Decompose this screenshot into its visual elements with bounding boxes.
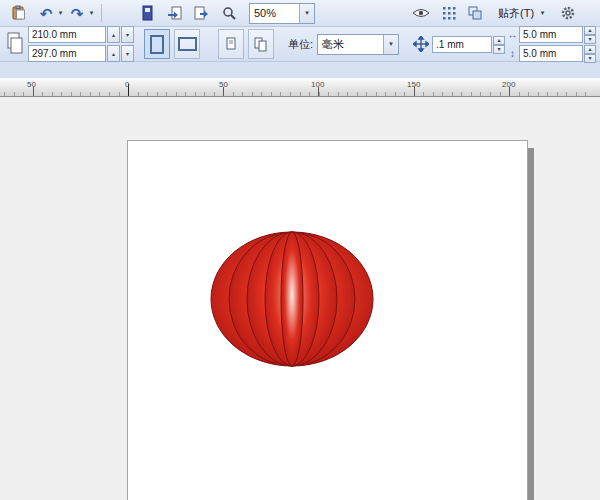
duplicate-distance-y-field[interactable]: 5.0 mm: [519, 45, 583, 62]
nudge-spin-down[interactable]: ▾: [493, 45, 505, 54]
nudge-offset-spinner[interactable]: ▴ ▾: [493, 36, 505, 53]
zoom-level-value: 50%: [250, 7, 299, 19]
duplicate-x-spin-down[interactable]: ▾: [584, 35, 596, 44]
nudge-offset-icon: [413, 36, 429, 52]
page-height-spin-up[interactable]: ▴: [107, 45, 120, 62]
options-button[interactable]: [556, 2, 580, 24]
zoom-level-combobox[interactable]: 50% ▾: [249, 3, 315, 24]
redo-dropdown-arrow[interactable]: ▾: [87, 9, 96, 17]
portrait-icon: [150, 35, 164, 54]
duplicate-distance-x-icon: ↔: [506, 29, 519, 40]
drawing-workspace[interactable]: [0, 97, 600, 500]
coreldraw-window: ↶ ▾ ↷ ▾: [0, 0, 600, 500]
import-button[interactable]: [163, 2, 187, 24]
units-combobox[interactable]: 毫米 ▾: [317, 34, 399, 55]
nudge-offset-field[interactable]: .1 mm: [432, 36, 492, 53]
multi-page-icon: [253, 36, 269, 52]
page-size-icon: [6, 31, 24, 57]
page-height-spin-down[interactable]: ▾: [121, 45, 134, 62]
page-width-spin-up[interactable]: ▴: [107, 26, 120, 43]
ruler-label: 150: [407, 80, 420, 89]
units-value: 毫米: [318, 37, 383, 52]
units-label: 单位:: [288, 37, 313, 52]
page-width-field[interactable]: 210.0 mm: [28, 26, 106, 43]
single-page-icon: [224, 36, 238, 52]
ruler-label: 100: [311, 80, 324, 89]
nudge-spin-up[interactable]: ▴: [493, 36, 505, 45]
zoom-dropdown-arrow[interactable]: ▾: [299, 4, 314, 23]
page-height-field[interactable]: 297.0 mm: [28, 45, 106, 62]
toolbar-spacer: [0, 62, 600, 78]
overlap-squares-icon: [468, 6, 482, 20]
gear-icon: [560, 5, 576, 21]
duplicate-distance-y-icon: ↕: [506, 48, 519, 59]
set-current-page-button[interactable]: [218, 29, 244, 59]
units-dropdown-arrow[interactable]: ▾: [383, 35, 398, 54]
landscape-icon: [178, 37, 197, 51]
duplicate-y-spinner[interactable]: ▴ ▾: [584, 45, 596, 62]
paste-button[interactable]: [6, 2, 30, 24]
snap-to-menu-button[interactable]: 贴齐(T) ▾: [493, 3, 552, 23]
landscape-orientation-button[interactable]: [174, 29, 200, 59]
export-icon: [193, 5, 209, 21]
page-width-spin-down[interactable]: ▾: [121, 26, 134, 43]
property-bar: 210.0 mm ▴ ▾ 297.0 mm ▴ ▾: [0, 27, 600, 62]
portrait-orientation-button[interactable]: [144, 29, 170, 59]
eye-icon: [412, 7, 430, 19]
set-all-pages-button[interactable]: [248, 29, 274, 59]
lantern-drawing[interactable]: [0, 97, 600, 500]
ruler-label: 0: [125, 80, 129, 89]
horizontal-ruler[interactable]: 50050100150200: [0, 78, 600, 97]
clipboard-icon: [10, 5, 26, 21]
zoom-tool-button[interactable]: [217, 2, 241, 24]
import-icon: [167, 5, 183, 21]
magnifier-icon: [221, 5, 237, 21]
undo-dropdown-arrow[interactable]: ▾: [56, 9, 65, 17]
show-rulers-button[interactable]: [409, 2, 433, 24]
export-button[interactable]: [189, 2, 213, 24]
redo-button[interactable]: ↷: [67, 2, 87, 24]
duplicate-distance-x-field[interactable]: 5.0 mm: [519, 26, 583, 43]
undo-button[interactable]: ↶: [36, 2, 56, 24]
snap-to-objects-button[interactable]: [463, 2, 487, 24]
page-dimensions-group: 210.0 mm ▴ ▾ 297.0 mm ▴ ▾: [28, 26, 134, 62]
snap-to-grid-button[interactable]: [437, 2, 461, 24]
application-launcher-button[interactable]: [135, 2, 159, 24]
ruler-label: 50: [27, 80, 36, 89]
standard-toolbar: ↶ ▾ ↷ ▾: [0, 0, 600, 27]
duplicate-x-spinner[interactable]: ▴ ▾: [584, 26, 596, 43]
duplicate-x-spin-up[interactable]: ▴: [584, 26, 596, 35]
snap-to-menu-label: 贴齐(T): [498, 6, 534, 21]
lantern-segment[interactable]: [281, 232, 303, 366]
ruler-label: 200: [502, 80, 515, 89]
duplicate-y-spin-down[interactable]: ▾: [584, 54, 596, 63]
toolbar-separator: [101, 4, 102, 22]
ruler-label: 50: [219, 80, 228, 89]
launcher-icon: [139, 5, 155, 21]
grid-icon: [442, 6, 456, 20]
duplicate-y-spin-up[interactable]: ▴: [584, 45, 596, 54]
duplicate-distance-group: ↔ 5.0 mm ▴ ▾ ↕ 5.0 mm ▴ ▾: [506, 26, 598, 62]
snap-to-dropdown-arrow: ▾: [538, 9, 547, 17]
